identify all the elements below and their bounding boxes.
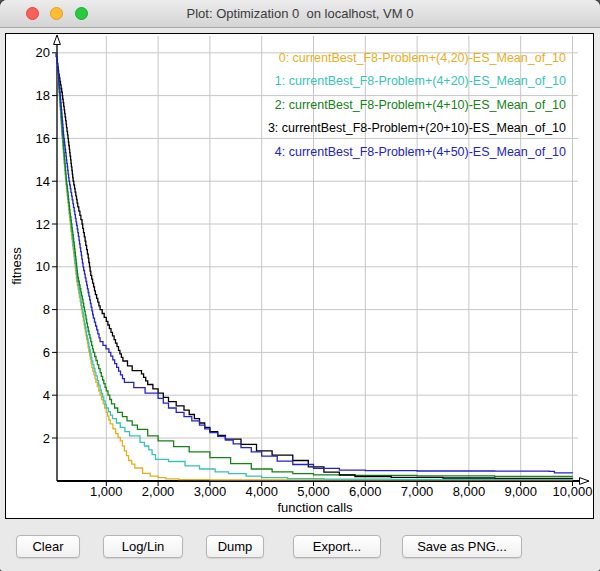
svg-text:function calls: function calls (277, 500, 353, 515)
svg-text:3,000: 3,000 (194, 484, 227, 499)
clear-button[interactable]: Clear (16, 535, 80, 558)
svg-text:4: 4 (43, 388, 50, 403)
svg-text:10: 10 (36, 259, 50, 274)
svg-text:1,000: 1,000 (90, 484, 123, 499)
close-button[interactable] (26, 7, 39, 20)
window-content: 24681012141618201,0002,0003,0004,0005,00… (0, 28, 600, 571)
svg-text:2: 2 (43, 431, 50, 446)
maximize-button[interactable] (75, 7, 88, 20)
svg-text:9,000: 9,000 (504, 484, 537, 499)
svg-text:6: 6 (43, 345, 50, 360)
dump-button[interactable]: Dump (206, 535, 264, 558)
svg-text:7,000: 7,000 (401, 484, 434, 499)
svg-text:8,000: 8,000 (453, 484, 486, 499)
plot-window: Plot: Optimization 0 on localhost, VM 0 … (0, 0, 600, 571)
svg-text:20: 20 (36, 45, 50, 60)
svg-text:18: 18 (36, 88, 50, 103)
series-line (56, 53, 572, 477)
chart-canvas: 24681012141618201,0002,0003,0004,0005,00… (6, 34, 593, 518)
titlebar[interactable]: Plot: Optimization 0 on localhost, VM 0 (0, 0, 600, 28)
svg-text:10,000: 10,000 (553, 484, 593, 499)
minimize-button[interactable] (50, 7, 63, 20)
svg-text:5,000: 5,000 (297, 484, 330, 499)
svg-text:8: 8 (43, 302, 50, 317)
svg-text:fitness: fitness (9, 247, 24, 285)
window-title: Plot: Optimization 0 on localhost, VM 0 (90, 0, 510, 28)
series-line (56, 53, 572, 473)
traffic-lights (26, 7, 95, 21)
svg-text:16: 16 (36, 131, 50, 146)
svg-text:6,000: 6,000 (349, 484, 382, 499)
svg-text:4,000: 4,000 (245, 484, 278, 499)
export-button[interactable]: Export... (293, 535, 381, 558)
svg-text:14: 14 (36, 174, 50, 189)
svg-text:2,000: 2,000 (142, 484, 175, 499)
button-bar: Clear Log/Lin Dump Export... Save as PNG… (0, 519, 600, 571)
save-as-png-button[interactable]: Save as PNG... (402, 535, 522, 558)
log-lin-button[interactable]: Log/Lin (103, 535, 183, 558)
plot-panel: 24681012141618201,0002,0003,0004,0005,00… (5, 33, 594, 519)
series-line (56, 53, 572, 479)
svg-text:12: 12 (36, 217, 50, 232)
series-line (56, 53, 572, 480)
